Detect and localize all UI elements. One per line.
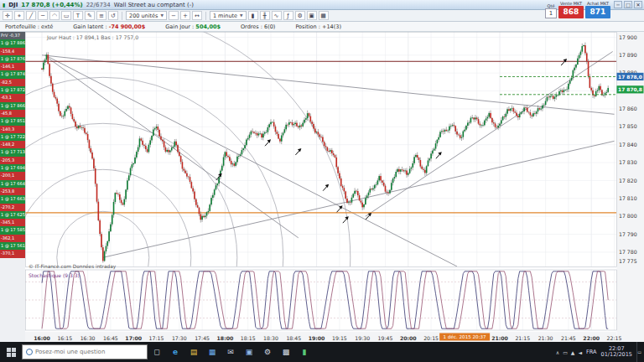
svg-text:17 890: 17 890 (619, 52, 637, 58)
ladder-position-row[interactable]: 1 @ 17 872,2 (0, 86, 25, 94)
volume-icon[interactable]: ◄ (578, 349, 582, 355)
battery-icon[interactable]: ▭ (563, 349, 568, 355)
ladder-position-row[interactable]: 1 @ 17 886,0 (0, 39, 25, 47)
text-icon[interactable]: T (73, 11, 83, 20)
chevron-down-icon: ▼ (240, 13, 242, 18)
indicator-icon[interactable]: ƒ (283, 11, 293, 20)
svg-text:20:15: 20:15 (423, 335, 439, 341)
svg-text:17 830: 17 830 (619, 159, 637, 165)
quantity-control[interactable]: Qté 1 (545, 3, 557, 18)
mail-icon[interactable]: ✉ (221, 342, 240, 362)
ladder-pnl-row[interactable]: -370,1 (0, 250, 25, 257)
store-icon[interactable]: ▦ (203, 342, 221, 362)
ladder-pnl-row[interactable]: -82,5 (0, 79, 25, 86)
photos-icon[interactable]: ▣ (240, 342, 258, 362)
network-icon[interactable]: ▲ (571, 349, 575, 355)
search-input[interactable] (35, 349, 136, 355)
ladder-pnl-row[interactable]: -140,3 (0, 126, 25, 133)
undo-icon[interactable]: ↺ (108, 11, 118, 20)
ladder-header-row[interactable]: PrV -0,37 (0, 32, 25, 39)
day-high-low-legend: Jour Haut : 17 894,1 Bas : 17 757,0 (46, 34, 138, 41)
ladder-position-row[interactable]: 1 @ 17 561,7 (0, 242, 25, 250)
svg-text:17 810: 17 810 (619, 195, 637, 201)
position-ladder: PrV -0,371 @ 17 886,0-158,41 @ 17 876,7-… (0, 32, 25, 258)
buy-button[interactable]: 871 (585, 6, 610, 18)
ladder-pnl-row[interactable]: -270,2 (0, 204, 25, 211)
ladder-position-row[interactable]: 1 @ 17 664,4 (0, 180, 25, 188)
minimize-button[interactable]: ─ (614, 1, 622, 8)
ladder-pnl-row[interactable]: -362,1 (0, 235, 25, 242)
zoom-out-icon[interactable]: − (169, 11, 179, 20)
unrealized-pnl-label: Gain latent : (73, 23, 106, 30)
svg-text:17 870,8: 17 870,8 (618, 87, 642, 92)
ladder-position-row[interactable]: 1 @ 17 625,3 (0, 211, 25, 219)
candlestick-mini-icon: ▮ (3, 2, 5, 8)
edge-icon[interactable]: e (166, 342, 184, 362)
ladder-pnl-row[interactable]: -158,4 (0, 48, 25, 55)
arc-icon[interactable]: ◠ (49, 11, 60, 20)
ladder-pnl-row[interactable]: -45,8 (0, 110, 25, 117)
horizontal-line-icon[interactable]: ─ (38, 11, 48, 20)
linechart-icon[interactable]: ∿ (272, 11, 282, 20)
calculator-icon[interactable]: ▩ (277, 342, 295, 362)
ladder-pnl-row[interactable]: -63,1 (0, 94, 25, 101)
settings-icon[interactable]: ⚙ (295, 11, 305, 20)
svg-text:17 840: 17 840 (619, 142, 637, 147)
zoom-in-icon[interactable]: + (180, 11, 190, 20)
trading-app-icon[interactable]: ▮ (295, 342, 314, 362)
sell-button[interactable]: 868 (558, 6, 584, 18)
rectangle-icon[interactable]: ▭ (61, 11, 71, 20)
trendline-icon[interactable]: ╱ (26, 11, 36, 20)
ladder-position-row[interactable]: 1 @ 17 722,1 (0, 133, 25, 141)
ladder-position-row[interactable]: 1 @ 17 876,7 (0, 55, 25, 63)
explorer-icon[interactable]: ▤ (184, 342, 203, 362)
window-icon[interactable]: ▦ (319, 11, 329, 20)
svg-text:20:00: 20:00 (400, 335, 417, 341)
cursor-icon[interactable]: ✛ (3, 11, 13, 20)
maximize-button[interactable]: □ (624, 1, 632, 8)
ladder-pnl-row[interactable]: -345,1 (0, 219, 25, 226)
trade-ticket: Qté 1 Vente MKT 868 Achat MKT 871 (545, 1, 610, 18)
barchart-icon[interactable]: ╫ (260, 11, 270, 20)
units-dropdown[interactable]: 200 unités▼ (126, 11, 167, 20)
notification-center-icon[interactable]: ▭ (636, 342, 641, 362)
ladder-pnl-row[interactable]: -205,3 (0, 157, 25, 164)
svg-text:16:45: 16:45 (103, 335, 118, 341)
quantity-value[interactable]: 1 (545, 8, 557, 18)
tray-expand-icon[interactable]: ∧ (556, 349, 559, 355)
portfolio-label: Portefeuille : (5, 23, 39, 30)
system-tray: ∧▭▲◄ FRA 22:07 01/12/2015 ▭ (556, 342, 644, 362)
crosshair-icon[interactable]: ⌖ (14, 11, 24, 20)
ladder-pnl-row[interactable]: -253,8 (0, 188, 25, 195)
chevron-down-icon: ▼ (160, 13, 163, 18)
candlestick-icon[interactable]: ▮ (248, 11, 258, 20)
taskbar-clock[interactable]: 22:07 01/12/2015 (601, 346, 632, 359)
ladder-position-row[interactable]: 1 @ 17 694,2 (0, 164, 25, 172)
ladder-position-row[interactable]: 1 @ 17 713,0 (0, 148, 25, 156)
settings-icon[interactable]: ⚙ (258, 342, 277, 362)
separator (205, 12, 206, 20)
start-button[interactable] (0, 342, 22, 362)
svg-text:22:00: 22:00 (583, 335, 600, 341)
ladder-position-row[interactable]: 1 @ 17 874,9 (0, 70, 25, 78)
pan-icon[interactable]: ↔ (192, 11, 202, 20)
ladder-pnl-row[interactable]: -148,2 (0, 141, 25, 148)
ladder-pnl-row[interactable]: -200,1 (0, 172, 25, 179)
ladder-position-row[interactable]: 1 @ 17 851,1 (0, 117, 25, 125)
pencil-icon[interactable]: ✎ (85, 11, 95, 20)
task-view-icon[interactable]: ◻ (148, 348, 166, 356)
price-chart[interactable]: 17 90017 89017 88017 87017 86017 85017 8… (25, 32, 644, 342)
ladder-position-row[interactable]: 1 @ 17 663,6 (0, 195, 25, 203)
snapshot-icon[interactable]: ▣ (307, 11, 317, 20)
ladder-pnl-row[interactable]: -146,1 (0, 63, 25, 70)
svg-text:17:15: 17:15 (149, 335, 164, 341)
fibonacci-icon[interactable]: ≡ (96, 11, 106, 20)
close-button[interactable]: ✕ (634, 1, 642, 8)
taskbar-search[interactable] (22, 344, 148, 359)
language-indicator[interactable]: FRA (586, 349, 596, 355)
timeframe-dropdown[interactable]: 1 minute▼ (210, 11, 247, 20)
ladder-position-row[interactable]: 1 @ 17 585,3 (0, 226, 25, 234)
position-value: +14(3) (322, 23, 341, 30)
svg-text:19:15: 19:15 (332, 335, 347, 341)
ladder-position-row[interactable]: 1 @ 17 866,4 (0, 102, 25, 110)
